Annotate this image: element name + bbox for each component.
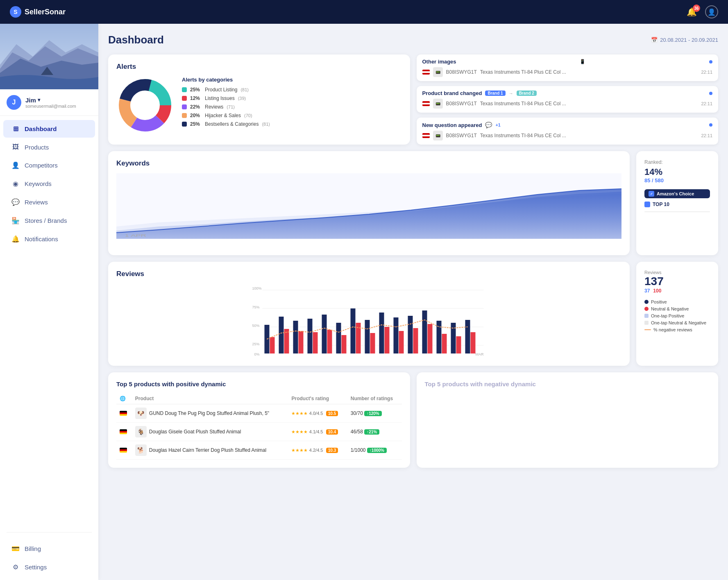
product-name: Texas Instruments TI-84 Plus CE Col ...	[480, 133, 566, 138]
positive-count: 37	[644, 288, 650, 294]
country-flag	[422, 133, 430, 138]
svg-rect-25	[313, 332, 318, 353]
svg-rect-32	[365, 320, 370, 353]
product-name: Texas Instruments TI-84 Plus CE Col ...	[480, 69, 566, 75]
negative-dot	[644, 307, 649, 311]
alert-header: New question appeared 💬 +1	[422, 122, 713, 128]
top5-negative-title: Top 5 products with negative dynamic	[425, 381, 710, 387]
alerts-chart-title: Alerts by categories	[182, 77, 402, 83]
keywords-chart: 1 APR	[116, 173, 621, 247]
sidebar-item-dashboard[interactable]: ⊞ Dashboard	[3, 120, 95, 138]
sidebar-item-label: Products	[25, 144, 49, 151]
product-thumbnail: 📟	[433, 131, 443, 140]
rating-text: 4.0/4.5	[309, 411, 323, 416]
svg-text:0%: 0%	[254, 352, 260, 356]
svg-rect-27	[327, 330, 332, 353]
sidebar-item-keywords[interactable]: ◉ Keywords	[3, 175, 95, 193]
product-id: B08ISWYG1T	[446, 69, 477, 75]
alerts-legend: Alerts by categories 25% Product Listing…	[182, 77, 402, 130]
products-section: Top 5 products with positive dynamic 🌐 P…	[108, 372, 718, 468]
top10-checkbox[interactable]	[644, 202, 650, 207]
competitors-icon: 👤	[11, 161, 20, 169]
legend-dot	[182, 96, 187, 101]
product-id: B08ISWYG1T	[446, 101, 477, 106]
sidebar-item-notifications[interactable]: 🔔 Notifications	[3, 230, 95, 248]
rating-text: 4.2/4.5	[309, 448, 323, 453]
top5-positive-title: Top 5 products with positive dynamic	[116, 381, 402, 387]
reviews-row: Reviews 100% 75% 50% 25% 0%	[108, 262, 718, 366]
reviews-label: Reviews	[644, 270, 710, 275]
svg-rect-42	[437, 321, 442, 353]
product-img: 🐶	[135, 408, 147, 419]
product-name: GUND Doug The Pug Pig Dog Stuffed Animal…	[149, 410, 269, 416]
sidebar-item-competitors[interactable]: 👤 Competitors	[3, 156, 95, 174]
reviews-stats: Reviews 137 37 100 Positive Neutral & Ne…	[636, 262, 718, 366]
svg-text:100%: 100%	[252, 286, 262, 290]
alert-type: Product brand changed	[422, 90, 482, 96]
alert-type: Other images	[422, 59, 456, 65]
user-info: Jim ▾ someusermail@mail.com	[25, 97, 92, 109]
legend-dot	[182, 104, 187, 109]
alerts-title: Alerts	[116, 63, 402, 71]
calendar-icon: 📅	[651, 37, 658, 43]
stores-icon: 🏪	[11, 217, 20, 224]
country-flag	[422, 70, 430, 75]
svg-rect-38	[408, 316, 413, 353]
sidebar-hero-image	[0, 24, 98, 89]
sidebar-item-reviews[interactable]: 💬 Reviews	[3, 193, 95, 211]
svg-rect-24	[308, 319, 313, 353]
top5-positive-card: Top 5 products with positive dynamic 🌐 P…	[108, 372, 410, 468]
svg-rect-22	[293, 321, 298, 353]
legend-item-hijacker: 20% Hijacker & Sales (70)	[182, 113, 402, 118]
alert-notifications-panel: Other images 📱 📟 B08ISWYG1T Texas Instru…	[417, 54, 719, 145]
notifications-icon: 🔔	[11, 235, 20, 243]
user-profile-button[interactable]: 👤	[705, 5, 718, 18]
svg-rect-26	[322, 315, 327, 353]
star-rating: ★★★★	[291, 429, 308, 434]
svg-point-6	[134, 94, 156, 117]
sidebar-item-products[interactable]: 🖼 Products	[3, 138, 95, 156]
rating-badge: 10.3	[326, 448, 338, 453]
sidebar-item-billing[interactable]: 💳 Billing	[3, 540, 95, 557]
sidebar-item-stores-brands[interactable]: 🏪 Stores / Brands	[3, 212, 95, 229]
question-count: +1	[495, 122, 501, 127]
alert-indicator	[709, 92, 712, 95]
alert-time: 22:11	[701, 133, 712, 138]
products-table-positive: 🌐 Product Product's rating Number of rat…	[116, 393, 402, 460]
country-flag	[120, 411, 127, 416]
country-flag	[120, 448, 127, 453]
svg-rect-36	[394, 317, 399, 353]
svg-rect-45	[456, 336, 461, 353]
sidebar-item-label: Competitors	[25, 162, 58, 169]
app-logo[interactable]: S SellerSonar	[10, 6, 66, 18]
alert-indicator	[709, 123, 712, 127]
svg-rect-20	[279, 317, 284, 353]
settings-icon: ⚙	[11, 563, 20, 571]
col-product: Product	[132, 393, 288, 404]
user-email: someusermail@mail.com	[25, 104, 92, 109]
alert-other-images: Other images 📱 📟 B08ISWYG1T Texas Instru…	[417, 54, 719, 81]
legend-positive: Positive	[644, 299, 710, 304]
sidebar-item-settings[interactable]: ⚙ Settings	[3, 558, 95, 576]
country-flag	[120, 429, 127, 434]
username[interactable]: Jim ▾	[25, 97, 92, 104]
ranked-label: Ranked:	[644, 159, 710, 165]
product-img: 🐐	[135, 426, 147, 437]
sidebar-item-label: Billing	[25, 545, 41, 552]
keywords-stats: Ranked: 14% 85 / 580 ✓ Amazon's Choice T…	[636, 151, 718, 255]
product-name: Douglas Gisele Goat Plush Stuffed Animal	[149, 429, 241, 435]
count-text: 1/1000	[351, 447, 366, 453]
star-rating: ★★★★	[291, 448, 308, 453]
alert-header: Other images 📱	[422, 59, 713, 65]
svg-rect-41	[428, 324, 433, 353]
alerts-card: Alerts	[108, 54, 410, 145]
table-row: 🐐 Douglas Gisele Goat Plush Stuffed Anim…	[116, 423, 402, 441]
svg-rect-34	[379, 313, 384, 353]
top10-label: TOP 10	[653, 202, 669, 207]
product-id: B08ISWYG1T	[446, 133, 477, 138]
svg-text:MAR: MAR	[476, 352, 484, 356]
dropdown-arrow: ▾	[38, 97, 40, 103]
avatar: J	[7, 95, 21, 110]
sidebar: J Jim ▾ someusermail@mail.com ⊞ Dashboar…	[0, 24, 98, 580]
notifications-button[interactable]: 🔔 36	[687, 7, 697, 17]
